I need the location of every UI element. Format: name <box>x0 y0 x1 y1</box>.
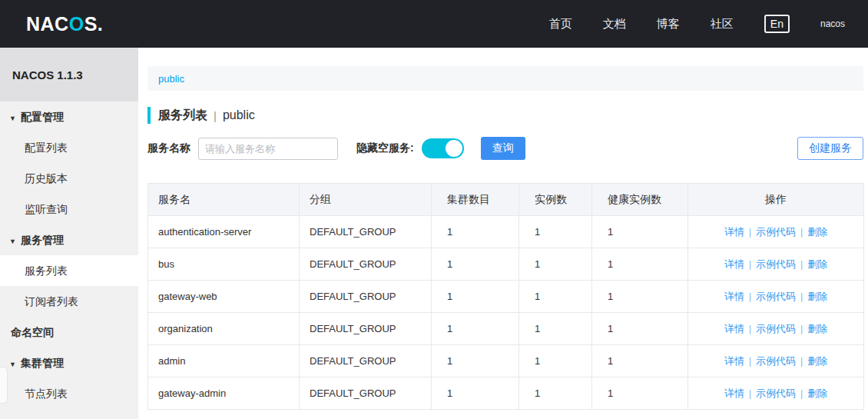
chevron-down-icon: ▼ <box>9 349 21 380</box>
operations-cell: 详情|示例代码|删除 <box>688 248 864 281</box>
link-separator: | <box>800 291 803 302</box>
service-table-header: 服务名 分组 集群数目 实例数 健康实例数 操作 <box>148 184 864 216</box>
detail-link[interactable]: 详情 <box>724 355 744 367</box>
group-cell: DEFAULT_GROUP <box>300 248 432 281</box>
delete-link[interactable]: 删除 <box>807 226 827 238</box>
service-name-cell: gateway-web <box>148 281 300 313</box>
sample-code-link[interactable]: 示例代码 <box>756 291 796 302</box>
group-cell: DEFAULT_GROUP <box>300 377 432 410</box>
healthy-count-cell: 1 <box>592 377 688 410</box>
logo-text-prefix: NAC <box>26 13 69 35</box>
service-name-cell: authentication-server <box>148 216 300 248</box>
sidebar-item-node-list[interactable]: 节点列表 <box>0 378 138 409</box>
service-name-cell: bus <box>148 248 300 281</box>
sidebar-group-cluster-mgmt[interactable]: ▼集群管理 <box>0 348 138 378</box>
sidebar-item-listen-query[interactable]: 监听查询 <box>0 194 138 224</box>
delete-link[interactable]: 删除 <box>807 291 827 302</box>
instance-count-cell: 1 <box>519 377 592 410</box>
delete-link[interactable]: 删除 <box>807 355 827 367</box>
sample-code-link[interactable]: 示例代码 <box>756 387 796 399</box>
sidebar-group-service-mgmt[interactable]: ▼服务管理 <box>0 224 138 255</box>
hide-empty-services-toggle[interactable] <box>422 138 464 158</box>
group-cell: DEFAULT_GROUP <box>300 345 432 377</box>
cluster-count-cell: 1 <box>432 345 519 377</box>
main-content: public 服务列表 | public 服务名称 隐藏空服务: 查询 创建服务… <box>138 48 868 419</box>
detail-link[interactable]: 详情 <box>724 226 744 238</box>
detail-link[interactable]: 详情 <box>724 323 744 334</box>
header-instance-count: 实例数 <box>519 184 592 216</box>
sidebar-collapse-handle[interactable] <box>0 367 8 404</box>
sidebar-item-namespace[interactable]: 命名空间 <box>0 317 138 348</box>
delete-link[interactable]: 删除 <box>807 258 827 270</box>
service-name-cell: gateway-admin <box>148 377 300 410</box>
detail-link[interactable]: 详情 <box>724 258 744 270</box>
service-table: 服务名 分组 集群数目 实例数 健康实例数 操作 authentication-… <box>147 183 864 410</box>
page-title-text: 服务列表 <box>158 108 207 124</box>
sample-code-link[interactable]: 示例代码 <box>756 323 796 334</box>
breadcrumb-namespace-link[interactable]: public <box>158 73 184 85</box>
healthy-count-cell: 1 <box>592 216 688 248</box>
search-button[interactable]: 查询 <box>481 137 525 160</box>
service-table-body: authentication-server DEFAULT_GROUP 1 1 … <box>148 216 864 410</box>
instance-count-cell: 1 <box>519 345 592 377</box>
nav-item-blog[interactable]: 博客 <box>657 17 680 32</box>
sidebar-group-config-mgmt[interactable]: ▼配置管理 <box>0 101 138 132</box>
table-row: admin DEFAULT_GROUP 1 1 1 详情|示例代码|删除 <box>148 345 864 377</box>
table-row: bus DEFAULT_GROUP 1 1 1 详情|示例代码|删除 <box>148 248 864 281</box>
healthy-count-cell: 1 <box>592 281 688 313</box>
sidebar-item-subscriber-list[interactable]: 订阅者列表 <box>0 286 138 317</box>
instance-count-cell: 1 <box>519 281 592 313</box>
sample-code-link[interactable]: 示例代码 <box>756 226 796 238</box>
sidebar-item-service-list[interactable]: 服务列表 <box>0 255 138 286</box>
toggle-knob <box>446 140 462 157</box>
link-separator: | <box>749 259 751 270</box>
page-title: 服务列表 | public <box>147 107 863 124</box>
create-service-button[interactable]: 创建服务 <box>797 137 863 160</box>
logo-o-accent: O <box>69 13 84 35</box>
sidebar-menu: ▼配置管理 配置列表 历史版本 监听查询 ▼服务管理 服务列表 订阅者列表 命名… <box>0 101 138 409</box>
sidebar-group-label: 服务管理 <box>21 234 64 246</box>
sample-code-link[interactable]: 示例代码 <box>756 258 796 270</box>
navbar-links: 首页 文档 博客 社区 En nacos <box>549 15 845 33</box>
table-row: organization DEFAULT_GROUP 1 1 1 详情|示例代码… <box>148 313 864 345</box>
title-accent-bar <box>147 107 151 124</box>
link-separator: | <box>800 259 803 270</box>
link-separator: | <box>749 388 751 399</box>
sidebar: NACOS 1.1.3 ▼配置管理 配置列表 历史版本 监听查询 ▼服务管理 服… <box>0 48 138 419</box>
detail-link[interactable]: 详情 <box>724 387 744 399</box>
service-name-input[interactable] <box>198 138 338 160</box>
header-cluster-count: 集群数目 <box>432 184 519 216</box>
table-row: gateway-web DEFAULT_GROUP 1 1 1 详情|示例代码|… <box>148 281 864 313</box>
operations-cell: 详情|示例代码|删除 <box>688 313 864 345</box>
operations-cell: 详情|示例代码|删除 <box>688 281 864 313</box>
table-row: gateway-admin DEFAULT_GROUP 1 1 1 详情|示例代… <box>148 377 864 410</box>
cluster-count-cell: 1 <box>432 281 519 313</box>
delete-link[interactable]: 删除 <box>807 323 827 334</box>
chevron-down-icon: ▼ <box>9 226 21 257</box>
group-cell: DEFAULT_GROUP <box>300 313 432 345</box>
top-navbar: NACOS. 首页 文档 博客 社区 En nacos <box>0 0 868 48</box>
link-separator: | <box>749 291 751 302</box>
sidebar-item-history-versions[interactable]: 历史版本 <box>0 163 138 194</box>
username-menu[interactable]: nacos <box>820 18 845 29</box>
nav-item-home[interactable]: 首页 <box>549 17 572 32</box>
healthy-count-cell: 1 <box>592 313 688 345</box>
detail-link[interactable]: 详情 <box>724 291 744 302</box>
instance-count-cell: 1 <box>519 216 592 248</box>
sample-code-link[interactable]: 示例代码 <box>756 355 796 367</box>
sidebar-item-config-list[interactable]: 配置列表 <box>0 132 138 163</box>
operations-cell: 详情|示例代码|删除 <box>688 216 864 248</box>
header-healthy-instance-count: 健康实例数 <box>592 184 688 216</box>
instance-count-cell: 1 <box>519 248 592 281</box>
nav-item-docs[interactable]: 文档 <box>603 17 626 32</box>
nav-item-community[interactable]: 社区 <box>711 17 734 32</box>
group-cell: DEFAULT_GROUP <box>300 281 432 313</box>
sidebar-group-label: 集群管理 <box>21 357 64 369</box>
service-name-cell: admin <box>148 345 300 377</box>
healthy-count-cell: 1 <box>592 248 688 281</box>
nacos-logo[interactable]: NACOS. <box>26 13 103 35</box>
delete-link[interactable]: 删除 <box>807 387 827 399</box>
hide-empty-services-label: 隐藏空服务: <box>356 141 414 155</box>
language-toggle-button[interactable]: En <box>764 15 790 33</box>
header-group: 分组 <box>300 184 432 216</box>
